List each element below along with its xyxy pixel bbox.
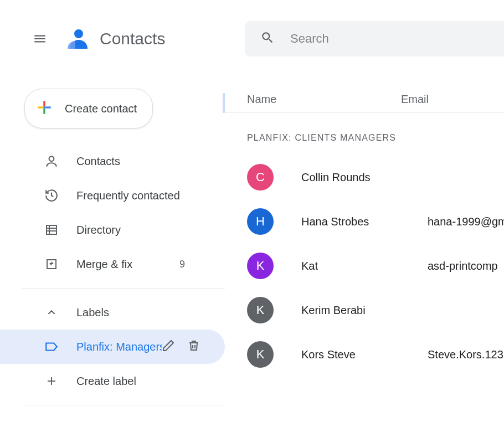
avatar: K [247,253,274,279]
history-icon [44,188,59,203]
directory-icon [44,223,59,237]
label-icon [44,340,59,354]
contact-row[interactable]: KKatasd-printcomp [225,244,504,288]
trash-icon [187,339,200,352]
sidebar-label-planfix-managers[interactable]: Planfix: Managers [0,330,225,364]
contact-name: Hana Strobes [301,215,428,228]
person-icon [44,154,59,168]
pencil-icon [162,339,175,352]
sidebar-item-label: Contacts [76,155,120,168]
contact-row[interactable]: KKerim Berabi [225,288,504,332]
svg-rect-5 [43,106,45,108]
column-headers: Name Email [223,93,504,113]
sidebar-labels-toggle[interactable]: Labels [0,295,225,330]
contact-email: hana-1999@gm [428,215,504,228]
merge-fix-count: 9 [179,259,185,270]
svg-rect-4 [45,106,51,108]
sidebar-item-label: Planfix: Managers [76,341,162,353]
create-contact-button[interactable]: Create contact [24,89,153,128]
plus-icon [44,374,59,388]
sidebar-item-frequent[interactable]: Frequently contacted [0,178,225,213]
sidebar-item-label: Directory [76,224,121,236]
app-logo[interactable]: Contacts [65,27,165,51]
sidebar-divider [22,405,225,405]
svg-point-0 [74,29,83,38]
merge-icon [44,257,59,271]
create-contact-label: Create contact [65,102,137,115]
sidebar-item-label: Merge & fix [76,258,132,271]
sidebar-item-label: Labels [76,306,109,319]
column-header-email[interactable]: Email [401,93,429,106]
avatar: C [247,164,274,191]
chevron-up-icon [44,305,59,320]
contact-name: Kors Steve [301,348,428,361]
search-input[interactable] [290,32,488,46]
section-header: PLANFIX: CLIENTS MANAGERS [247,133,504,143]
avatar: K [247,297,274,323]
contact-name: Kerim Berabi [301,304,428,317]
contact-email: Steve.Kors.123 [428,348,503,361]
contact-email: asd-printcomp [428,260,498,272]
contact-row[interactable]: CCollin Rounds [225,155,504,199]
contact-row[interactable]: HHana Strobeshana-1999@gm [225,199,504,244]
search-icon [260,30,275,47]
svg-rect-7 [47,225,56,234]
avatar: H [247,208,274,235]
sidebar-item-directory[interactable]: Directory [0,213,225,247]
contact-row[interactable]: KKors SteveSteve.Kors.123 [225,332,504,377]
svg-rect-3 [38,106,43,108]
avatar: K [247,341,274,368]
sidebar-item-label: Frequently contacted [76,189,180,202]
contact-name: Kat [301,260,428,272]
app-header: Contacts [0,0,504,78]
sidebar-divider [22,288,225,289]
search-bar[interactable] [245,21,504,56]
app-title: Contacts [100,29,165,48]
main-menu-button[interactable] [27,25,53,52]
sidebar-item-contacts[interactable]: Contacts [0,144,225,178]
svg-rect-2 [43,109,45,114]
sidebar-item-label: Create label [76,375,136,388]
hamburger-icon [33,32,47,46]
sidebar: Create contact Contacts Frequently conta… [0,78,225,432]
svg-rect-1 [43,101,45,106]
edit-label-button[interactable] [162,339,175,355]
main-content: Name Email PLANFIX: CLIENTS MANAGERS CCo… [225,78,504,432]
contact-name: Collin Rounds [301,171,428,184]
sidebar-item-merge-fix[interactable]: Merge & fix 9 [0,247,225,281]
delete-label-button[interactable] [187,339,200,355]
sidebar-create-label[interactable]: Create label [0,364,225,398]
plus-multicolor-icon [36,99,53,118]
svg-point-6 [49,156,54,161]
column-header-name[interactable]: Name [247,93,401,106]
contacts-logo-icon [65,27,90,51]
